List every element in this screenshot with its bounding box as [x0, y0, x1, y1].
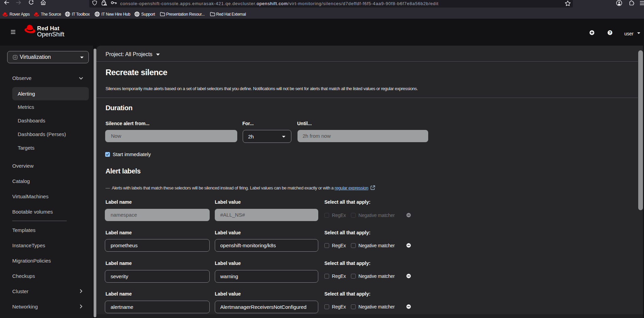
svg-text:?: ?	[609, 31, 611, 35]
